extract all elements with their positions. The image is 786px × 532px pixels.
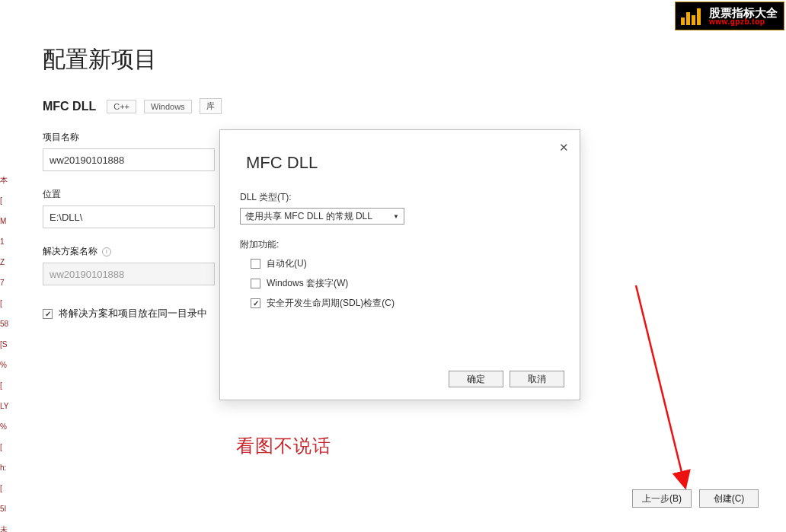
top-menu-blur: [23, 0, 449, 9]
solution-name-text: 解决方案名称: [43, 245, 97, 258]
ok-button[interactable]: 确定: [449, 371, 503, 387]
wizard-buttons: 上一步(B) 创建(C): [632, 489, 759, 508]
close-icon[interactable]: ✕: [559, 141, 569, 155]
watermark-url: www.gpzb.top: [709, 18, 778, 26]
winsock-label: Windows 套接字(W): [267, 277, 348, 290]
watermark-brand: 股票指标大全: [709, 7, 778, 18]
chevron-down-icon: ▼: [393, 213, 399, 220]
project-type-row: MFC DLL C++ Windows 库: [43, 98, 759, 114]
dll-type-label: DLL 类型(T):: [240, 191, 560, 204]
project-name-input[interactable]: [43, 148, 215, 171]
same-dir-label: 将解决方案和项目放在同一目录中: [59, 307, 207, 320]
automation-checkbox[interactable]: [251, 259, 260, 269]
automation-label: 自动化(U): [267, 257, 307, 270]
left-gutter-text: 本[M1Z7[58[S%[LY%[h:[5I未于ar00内: [0, 0, 18, 532]
watermark-logo-icon: [679, 5, 705, 27]
additional-label: 附加功能:: [240, 238, 560, 251]
sdl-checkbox[interactable]: [251, 298, 260, 308]
tag-cpp: C++: [107, 100, 136, 113]
create-button[interactable]: 创建(C): [699, 489, 759, 508]
solution-name-input: [43, 263, 215, 285]
red-caption: 看图不说话: [236, 434, 331, 458]
dll-type-value: 使用共享 MFC DLL 的常规 DLL: [245, 210, 372, 223]
tag-windows: Windows: [144, 100, 192, 113]
winsock-checkbox[interactable]: [251, 279, 260, 288]
info-icon: i: [102, 247, 111, 256]
back-button[interactable]: 上一步(B): [632, 489, 692, 508]
dll-type-select[interactable]: 使用共享 MFC DLL 的常规 DLL ▼: [240, 208, 404, 225]
mfc-dll-dialog: ✕ MFC DLL DLL 类型(T): 使用共享 MFC DLL 的常规 DL…: [219, 129, 580, 400]
option-sdl[interactable]: 安全开发生命周期(SDL)检查(C): [251, 297, 560, 310]
watermark: 股票指标大全 www.gpzb.top: [675, 2, 784, 30]
option-winsock[interactable]: Windows 套接字(W): [251, 277, 560, 290]
dialog-title: MFC DLL: [246, 153, 580, 173]
location-input[interactable]: [43, 205, 215, 228]
project-type: MFC DLL: [43, 100, 96, 113]
sdl-label: 安全开发生命周期(SDL)检查(C): [267, 297, 395, 310]
same-dir-checkbox[interactable]: [43, 309, 53, 319]
page-title: 配置新项目: [43, 44, 759, 75]
option-automation[interactable]: 自动化(U): [251, 257, 560, 270]
tag-library: 库: [200, 98, 222, 114]
cancel-button[interactable]: 取消: [510, 371, 564, 387]
